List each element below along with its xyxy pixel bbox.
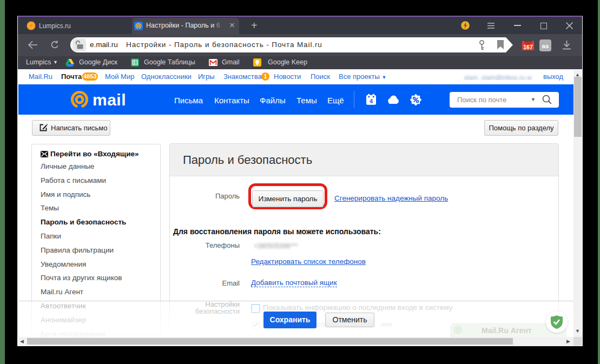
svg-text:as: as [542, 43, 549, 49]
svg-text:167: 167 [523, 44, 533, 50]
svg-text:4: 4 [370, 98, 373, 104]
